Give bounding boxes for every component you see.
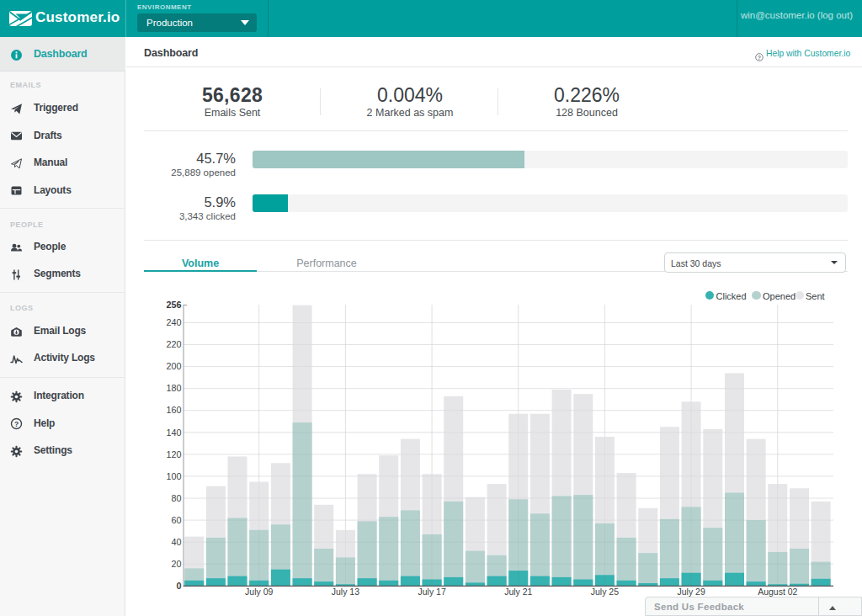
svg-text:140: 140: [166, 427, 181, 438]
svg-text:80: 80: [171, 493, 181, 503]
svg-text:240: 240: [166, 317, 181, 327]
svg-text:0: 0: [176, 581, 181, 591]
svg-text:220: 220: [166, 339, 181, 349]
svg-text:200: 200: [166, 361, 181, 371]
svg-text:40: 40: [171, 537, 181, 547]
svg-text:July 21: July 21: [504, 587, 532, 597]
svg-text:July 09: July 09: [245, 587, 273, 597]
svg-text:July 17: July 17: [418, 587, 445, 597]
svg-text:?: ?: [14, 420, 19, 428]
svg-text:180: 180: [166, 383, 181, 393]
svg-text:256: 256: [166, 300, 181, 310]
svg-text:August 02: August 02: [758, 587, 797, 597]
svg-text:60: 60: [171, 515, 181, 525]
svg-text:July 25: July 25: [591, 587, 619, 597]
svg-text:20: 20: [171, 559, 181, 569]
svg-text:July 13: July 13: [332, 587, 359, 597]
svg-text:100: 100: [166, 471, 181, 481]
svg-text:160: 160: [166, 405, 181, 415]
svg-text:July 29: July 29: [677, 587, 705, 597]
svg-text:120: 120: [166, 449, 181, 459]
